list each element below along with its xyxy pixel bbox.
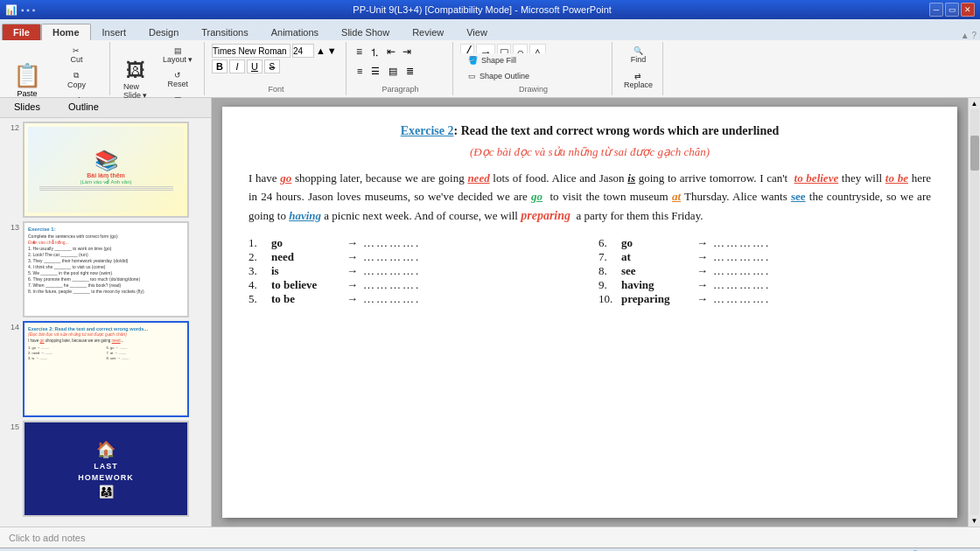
quick-access-toolbar: ▪ ▪ ▪: [21, 5, 35, 15]
shape-line[interactable]: ╱: [460, 44, 474, 53]
slide15-students-icon: 👨‍👩‍👧: [99, 485, 114, 499]
slides-tab[interactable]: Slides: [0, 98, 54, 117]
slide-item-14[interactable]: 14 Exercise 2: Read the text and correct…: [4, 321, 207, 417]
cut-button[interactable]: ✂ Cut: [49, 44, 104, 66]
passage-tobelieve: to believe: [794, 171, 839, 185]
content-row: Slides Outline 12 📚 Bài làm thêm (Làm và…: [0, 98, 980, 527]
tab-file[interactable]: File: [2, 24, 41, 40]
vertical-scrollbar[interactable]: ▲ ▼: [968, 98, 980, 527]
underline-button[interactable]: U: [247, 59, 262, 73]
ribbon-content: 📋 Paste ✂ Cut ⧉ Copy 🖌 Format Painter Cl…: [0, 40, 980, 98]
exercise-subtitle: (Đọc bài đọc và sửa những từ sai được gạ…: [248, 145, 931, 159]
title-bar: 📊 ▪ ▪ ▪ PP-Unit 9(L3+4) [Compatibility M…: [0, 0, 980, 19]
justify-button[interactable]: ≣: [402, 64, 417, 79]
slide15-icon: 🏠: [96, 440, 116, 459]
drawing-group: ╱ → □ ○ △ 🪣 Shape Fill ▭ Shape Outline D…: [455, 42, 612, 95]
restore-button[interactable]: ▭: [945, 3, 959, 17]
slide-item-15[interactable]: 15 🏠 LAST HOMEWORK 👨‍👩‍👧: [4, 421, 207, 517]
font-family-input[interactable]: [212, 44, 290, 58]
slides-group: 🖼 NewSlide ▾ ▤ Layout ▾ ↺ Reset ▥ Sectio…: [112, 42, 205, 95]
replace-icon: ⇄: [634, 72, 641, 80]
slide-thumb-12[interactable]: 📚 Bài làm thêm (Làm vào vở Anh văn): [23, 122, 189, 218]
font-size-increase-button[interactable]: ▲: [316, 45, 326, 56]
scroll-up-button[interactable]: ▲: [971, 100, 978, 108]
numbering-button[interactable]: ⒈: [367, 44, 382, 62]
answer-row-4: 4. to believe → ………….: [248, 278, 581, 292]
tab-view[interactable]: View: [455, 24, 499, 40]
answer-row-2: 2. need → ………….: [248, 250, 581, 264]
replace-button[interactable]: ⇄ Replace: [620, 69, 657, 92]
minimize-button[interactable]: ─: [929, 3, 943, 17]
editing-group: 🔍 Find ⇄ Replace ⬚ Select ▾ Editing: [614, 42, 663, 95]
italic-button[interactable]: I: [229, 59, 245, 73]
passage-see: see: [791, 190, 806, 203]
align-right-button[interactable]: ▤: [385, 64, 401, 79]
shape-arrow[interactable]: →: [476, 44, 495, 53]
answer-row-7: 7. at → ………….: [598, 250, 931, 264]
slide-thumb-15[interactable]: 🏠 LAST HOMEWORK 👨‍👩‍👧: [23, 421, 189, 517]
passage-having: having: [289, 209, 321, 222]
font-label: Font: [268, 83, 284, 94]
tab-home[interactable]: Home: [41, 24, 91, 40]
slide-thumb-14[interactable]: Exercise 2: Read the text and correct wr…: [23, 321, 189, 417]
paste-icon: 📋: [13, 62, 41, 89]
find-icon: 🔍: [634, 46, 643, 55]
passage-tobe: to be: [886, 171, 908, 185]
increase-indent-button[interactable]: ⇥: [400, 44, 414, 62]
shape-fill-button[interactable]: 🪣 Shape Fill: [464, 53, 534, 67]
answer-row-3: 3. is → ………….: [248, 264, 581, 278]
copy-button[interactable]: ⧉ Copy: [49, 68, 104, 92]
font-size-decrease-button[interactable]: ▼: [327, 45, 337, 56]
new-slide-button[interactable]: 🖼 NewSlide ▾: [117, 56, 154, 103]
passage-preparing: preparing: [521, 209, 570, 222]
copy-icon: ⧉: [74, 71, 79, 80]
align-left-button[interactable]: ≡: [354, 64, 366, 79]
passage-at: at: [672, 190, 681, 203]
slide-item-12[interactable]: 12 📚 Bài làm thêm (Làm vào vở Anh văn): [4, 122, 207, 218]
decrease-indent-button[interactable]: ⇤: [384, 44, 398, 62]
layout-button[interactable]: ▤ Layout ▾: [157, 44, 199, 66]
paragraph-group: ≡ ⒈ ⇤ ⇥ ≡ ☰ ▤ ≣ Paragraph: [348, 42, 453, 95]
shape-rect[interactable]: □: [497, 44, 511, 53]
tab-design[interactable]: Design: [137, 24, 190, 40]
slide-item-13[interactable]: 13 Exercise 1: Complete the sentences wi…: [4, 221, 207, 317]
paste-label: Paste: [17, 89, 37, 98]
paste-button[interactable]: 📋 Paste: [9, 59, 46, 101]
reset-button[interactable]: ↺ Reset: [157, 68, 199, 91]
slide13-title: Exercise 1:: [28, 227, 184, 232]
tab-insert[interactable]: Insert: [91, 24, 138, 40]
notes-bar[interactable]: Click to add notes: [0, 527, 980, 548]
align-center-button[interactable]: ☰: [368, 64, 383, 79]
paragraph-label: Paragraph: [382, 83, 418, 94]
notes-placeholder: Click to add notes: [9, 533, 85, 543]
tab-review[interactable]: Review: [401, 24, 455, 40]
bullets-button[interactable]: ≡: [354, 44, 365, 62]
slide-canvas[interactable]: Exercise 2: Read the text and correct wr…: [222, 107, 957, 518]
bold-button[interactable]: B: [212, 59, 228, 73]
close-button[interactable]: ✕: [961, 3, 975, 17]
tab-slide-show[interactable]: Slide Show: [330, 24, 401, 40]
shape-fill-icon: 🪣: [468, 56, 478, 65]
scroll-down-button[interactable]: ▼: [971, 517, 978, 525]
outline-tab[interactable]: Outline: [54, 98, 113, 117]
strikethrough-button[interactable]: S: [264, 59, 280, 73]
shape-outline-button[interactable]: ▭ Shape Outline: [464, 69, 534, 83]
slide-thumb-13[interactable]: Exercise 1: Complete the sentences with …: [23, 221, 189, 317]
ribbon-tabs: File Home Insert Design Transitions Anim…: [0, 19, 980, 40]
new-slide-icon: 🖼: [126, 59, 145, 82]
passage-is: is: [627, 171, 635, 185]
scroll-thumb[interactable]: [970, 136, 979, 171]
find-button[interactable]: 🔍 Find: [620, 44, 657, 66]
exercise-instruction: Read the text and correct wrong words wh…: [458, 124, 779, 137]
answer-row-5: 5. to be → ………….: [248, 292, 581, 306]
shape-triangle[interactable]: △: [529, 44, 546, 53]
font-size-input[interactable]: [292, 44, 314, 58]
layout-icon: ▤: [174, 46, 182, 55]
slide12-img: 📚: [94, 150, 118, 172]
shape-oval[interactable]: ○: [513, 44, 527, 53]
tab-transitions[interactable]: Transitions: [190, 24, 259, 40]
main-slide-area: Exercise 2: Read the text and correct wr…: [212, 98, 968, 527]
tab-animations[interactable]: Animations: [260, 24, 330, 40]
exercise-number: Exercise 2: [401, 124, 454, 137]
window-title: PP-Unit 9(L3+4) [Compatibility Mode] - M…: [35, 4, 929, 15]
